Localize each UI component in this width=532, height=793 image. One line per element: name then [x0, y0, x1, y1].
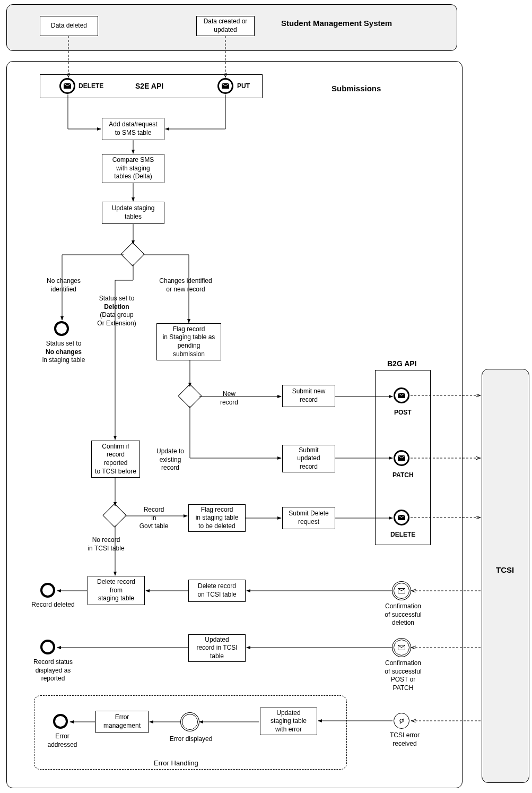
b2g-post-label: POST	[394, 409, 412, 417]
task-flag-pending: Flag record in Staging table as pending …	[156, 323, 221, 360]
label-changes: Changes identified or new record	[151, 277, 220, 294]
label-update-existing: Update to existing record	[152, 447, 189, 472]
event-error-displayed-label: Error displayed	[167, 735, 215, 744]
task-updated-tcsi: Updated record in TCSI table	[188, 634, 246, 662]
task-update-staging: Update staging tables	[102, 202, 164, 224]
label-in-govt: Record in Govt table	[135, 506, 172, 531]
b2g-title: B2G API	[387, 359, 417, 368]
s2e-delete-label: DELETE	[79, 82, 103, 91]
task-submit-updated: Submit updated record	[282, 445, 335, 472]
event-conf-postpatch	[394, 640, 409, 656]
s2e-delete-event	[59, 78, 75, 94]
end-record-deleted	[40, 583, 55, 598]
task-updated-staging-err: Updated staging table with error	[260, 708, 317, 735]
envelope-icon	[398, 455, 405, 461]
end-record-reported-label: Record status displayed as reported	[27, 658, 80, 683]
b2g-patch-event	[394, 450, 409, 466]
end-no-changes-label: Status set toNo changesin staging table	[37, 340, 90, 365]
event-conf-deletion	[394, 583, 409, 599]
error-handling-title: Error Handling	[154, 759, 198, 768]
end-no-changes	[54, 321, 69, 336]
b2g-delete-label: DELETE	[390, 531, 415, 539]
task-delete-staging: Delete record from staging table	[88, 576, 145, 605]
pool-submissions-title: Submissions	[332, 84, 381, 93]
end-error-addressed-label: Error addressed	[42, 732, 82, 749]
task-error-mgmt: Error management	[95, 711, 149, 733]
error-icon	[398, 717, 405, 725]
s2e-put-event	[217, 78, 233, 94]
task-add-data: Add data/request to SMS table	[102, 118, 164, 140]
end-record-deleted-label: Record deleted	[27, 601, 80, 609]
box-data-created: Data created or updated	[196, 16, 255, 36]
event-error-displayed	[182, 714, 198, 730]
b2g-patch-label: PATCH	[393, 471, 414, 480]
envelope-icon	[64, 83, 71, 89]
envelope-icon	[398, 588, 405, 593]
envelope-icon	[398, 515, 405, 520]
s2e-title: S2E API	[135, 81, 163, 91]
event-conf-deletion-label: Confirmation of successful deletion	[379, 602, 427, 627]
task-submit-new: Submit new record	[282, 385, 335, 407]
label-new-record: New record	[213, 390, 245, 407]
label-deletion: Status set toDeletion(Data groupOr Exten…	[90, 295, 143, 327]
s2e-put-label: PUT	[237, 82, 250, 91]
task-confirm-reported: Confirm if record reported to TCSI befor…	[91, 441, 140, 478]
pool-sms-title: Student Management System	[281, 19, 392, 28]
b2g-post-event	[394, 387, 409, 403]
box-data-deleted: Data deleted	[40, 16, 98, 36]
pool-tcsi-title: TCSI	[496, 565, 514, 574]
envelope-icon	[398, 645, 405, 650]
b2g-delete-event	[394, 510, 409, 525]
envelope-icon	[222, 83, 229, 89]
end-error-addressed	[53, 714, 68, 729]
event-tcsi-error	[394, 713, 409, 729]
label-no-record-tcsi: No record in TCSI table	[82, 536, 130, 553]
label-no-changes: No changes identified	[40, 277, 88, 294]
pool-tcsi	[482, 369, 529, 783]
event-conf-postpatch-label: Confirmation of successful POST or PATCH	[379, 659, 427, 692]
end-record-reported	[40, 640, 55, 654]
task-compare: Compare SMS with staging tables (Delta)	[102, 154, 164, 183]
envelope-icon	[398, 393, 405, 398]
task-submit-delete: Submit Delete request	[282, 507, 335, 529]
task-delete-tcsi: Delete record on TCSI table	[188, 580, 246, 602]
task-flag-delete: Flag record in staging table to be delet…	[188, 504, 246, 532]
event-tcsi-error-label: TCSI error received	[386, 731, 423, 748]
